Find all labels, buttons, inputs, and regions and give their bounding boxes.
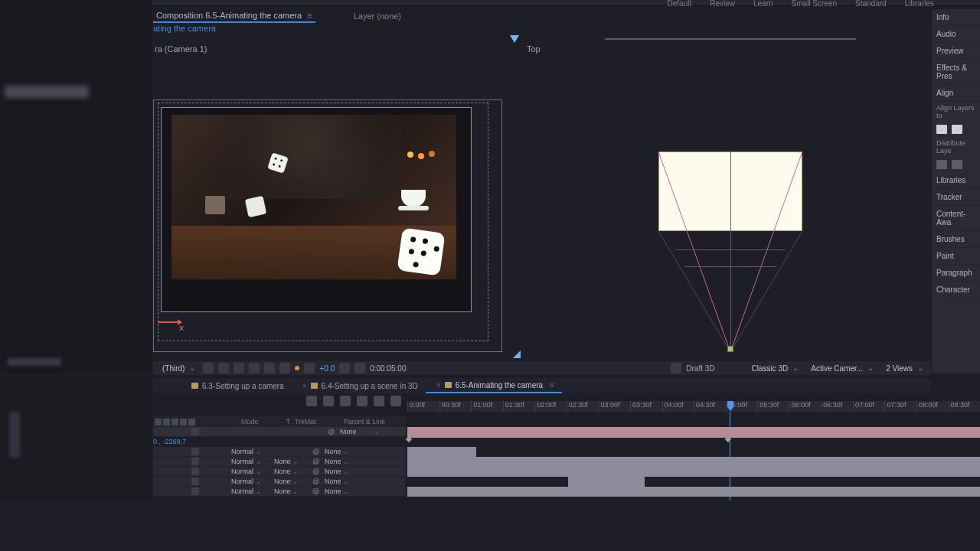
current-time[interactable]: 0:00:05:00 <box>370 364 406 373</box>
close-icon[interactable]: × <box>436 381 441 390</box>
parent-dropdown[interactable]: None ⌄ <box>325 458 358 465</box>
3d-view-button-icon[interactable] <box>304 363 315 373</box>
panel-character[interactable]: Character <box>932 282 980 298</box>
3d-switch-icon[interactable] <box>191 478 199 485</box>
view-layout-dropdown[interactable]: 2 Views <box>881 364 926 373</box>
ruler-tick[interactable]: 03:30f <box>630 401 662 412</box>
layer-row[interactable]: Normal ⌄ @None ⌄ <box>153 447 406 457</box>
ruler-tick[interactable]: 00:30f <box>439 401 472 412</box>
panel-audio[interactable]: Audio <box>932 26 980 43</box>
panel-brushes[interactable]: Brushes <box>932 231 980 248</box>
panel-tracker[interactable]: Tracker <box>932 189 980 206</box>
timeline-tab[interactable]: ×6.4-Setting up a scene in 3D <box>292 380 426 393</box>
grid-button-icon[interactable] <box>203 363 214 373</box>
panel-info[interactable]: Info <box>932 9 980 26</box>
parent-dropdown[interactable]: None ⌄ <box>325 487 358 495</box>
3d-switch-icon[interactable] <box>191 468 199 475</box>
panel-content-aware[interactable]: Content-Awa <box>932 206 980 231</box>
mode-header[interactable]: Mode <box>241 418 259 425</box>
roi-button-icon[interactable] <box>279 363 290 373</box>
workspace-item[interactable]: Review <box>710 0 735 8</box>
guides-button-icon[interactable] <box>218 363 229 373</box>
workspace-item[interactable]: Learn <box>753 0 773 8</box>
ruler-tick[interactable]: 03:00f <box>598 401 630 412</box>
camera-top-view[interactable] <box>658 152 802 352</box>
camera-position-handle[interactable] <box>727 346 733 352</box>
ruler-tick[interactable]: 01:30f <box>503 401 535 412</box>
transparency-toggle-icon[interactable] <box>295 366 299 370</box>
panel-align[interactable]: Align <box>932 85 980 102</box>
align-left-icon[interactable] <box>936 125 947 134</box>
ruler-tick[interactable]: 0:00f <box>407 401 439 412</box>
camera-view-dropdown[interactable]: Active Camer... <box>806 364 877 373</box>
blend-mode-dropdown[interactable]: Normal ⌄ <box>231 468 265 475</box>
ruler-tick[interactable]: 04:30f <box>694 401 726 412</box>
pickwhip-icon[interactable]: @ <box>328 428 335 435</box>
trkmat-header[interactable]: TrkMat <box>295 418 316 425</box>
pickwhip-icon[interactable]: @ <box>312 468 320 475</box>
ruler-tick[interactable]: 07:30f <box>884 401 916 412</box>
ruler-tick[interactable]: 08:30f <box>949 401 980 412</box>
blend-mode-dropdown[interactable]: Normal ⌄ <box>231 487 265 495</box>
ruler-tick[interactable]: 08:00f <box>916 401 949 412</box>
zoom-dropdown[interactable]: (Third) <box>158 364 198 373</box>
playhead-icon[interactable] <box>726 401 735 412</box>
parent-dropdown[interactable]: None <box>340 428 374 435</box>
parent-dropdown[interactable]: None ⌄ <box>325 448 358 455</box>
mask-button-icon[interactable] <box>234 363 244 373</box>
layer-row[interactable]: Normal ⌄None ⌄@None ⌄ <box>153 467 406 477</box>
resolution-button-icon[interactable] <box>264 363 275 373</box>
trkmat-dropdown[interactable]: None ⌄ <box>274 478 303 485</box>
timeline-tab-active[interactable]: ×6.5-Animating the camera≡ <box>426 379 562 393</box>
graph-editor-icon[interactable] <box>390 396 401 406</box>
x-axis-gizmo-icon[interactable] <box>158 321 178 323</box>
frame-blend-icon[interactable] <box>357 396 368 406</box>
trkmat-dropdown[interactable]: None ⌄ <box>274 487 303 495</box>
tab-menu-icon[interactable]: ≡ <box>550 381 554 390</box>
workspace-item[interactable]: Standard <box>855 0 887 8</box>
trkmat-dropdown[interactable]: None ⌄ <box>274 458 303 465</box>
layer-duration-bar[interactable] <box>568 477 645 487</box>
ruler-tick[interactable]: 06:00f <box>789 401 822 412</box>
pickwhip-icon[interactable]: @ <box>312 478 320 485</box>
3d-switch-icon[interactable] <box>191 487 199 495</box>
time-ruler[interactable]: 0:00f00:30f01:00f01:30f02:00f02:30f03:00… <box>407 401 980 412</box>
layer-row[interactable]: Normal ⌄None ⌄@None ⌄ <box>153 457 406 467</box>
renderer-dropdown[interactable]: Classic 3D <box>747 364 802 373</box>
layer-duration-bar[interactable] <box>407 487 980 497</box>
composition-tab[interactable]: Composition 6.5-Animating the camera ≡ <box>153 9 315 23</box>
draft3d-label[interactable]: Draft 3D <box>686 364 714 373</box>
panel-libraries[interactable]: Libraries <box>932 172 980 189</box>
draft3d-icon[interactable] <box>671 363 681 373</box>
layer-row[interactable]: Normal ⌄None ⌄@None ⌄ <box>153 477 406 487</box>
ruler-tick[interactable]: 02:00f <box>534 401 567 412</box>
solo-column-icon[interactable] <box>172 419 178 425</box>
position-property[interactable]: 0 , -2269,7 <box>153 438 196 446</box>
parent-header[interactable]: Parent & Link <box>344 418 385 425</box>
layer-tab[interactable]: Layer (none) <box>354 11 401 21</box>
pickwhip-icon[interactable]: @ <box>312 458 320 465</box>
flowchart-breadcrumb[interactable]: ating the camera <box>153 24 216 33</box>
ruler-tick[interactable]: 05:30f <box>757 401 789 412</box>
layer-duration-bar[interactable] <box>407 467 980 477</box>
panel-preview[interactable]: Preview <box>932 43 980 60</box>
parent-dropdown[interactable]: None ⌄ <box>325 468 358 475</box>
panel-paint[interactable]: Paint <box>932 248 980 265</box>
3d-switch-icon[interactable] <box>191 428 199 435</box>
audio-column-icon[interactable] <box>163 419 170 425</box>
motion-blur-icon[interactable] <box>374 396 384 406</box>
video-column-icon[interactable] <box>155 419 162 425</box>
3d-switch-icon[interactable] <box>191 458 199 465</box>
layer-duration-bar[interactable] <box>407 447 476 457</box>
pickwhip-icon[interactable]: @ <box>312 487 320 495</box>
exposure-value[interactable]: +0.0 <box>319 364 335 373</box>
align-center-icon[interactable] <box>952 125 962 134</box>
ruler-tick[interactable]: 07:00f <box>853 401 885 412</box>
blend-mode-dropdown[interactable]: Normal ⌄ <box>231 448 265 455</box>
workspace-item[interactable]: Libraries <box>905 0 934 8</box>
timeline-tab[interactable]: 6.3-Setting up a camera <box>184 380 292 393</box>
snapshot-button-icon[interactable] <box>339 363 350 373</box>
layer-duration-bar[interactable] <box>407 457 980 467</box>
label-column-icon[interactable] <box>188 419 195 425</box>
search-icon[interactable] <box>306 396 317 406</box>
